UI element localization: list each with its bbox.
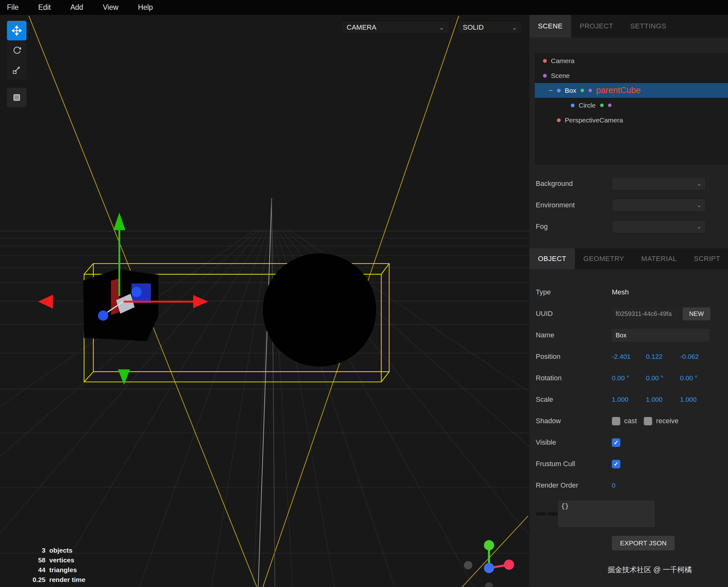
local-space-icon xyxy=(12,93,21,102)
rotation-x[interactable]: 0.00 ° xyxy=(612,374,646,382)
rotate-icon xyxy=(12,45,21,55)
chevron-down-icon: ⌄ xyxy=(439,24,444,31)
chevron-down-icon: ⌄ xyxy=(697,180,702,187)
transform-space-toggle[interactable] xyxy=(7,88,26,107)
uuid-field[interactable] xyxy=(612,307,679,320)
user-data-label: User data xyxy=(536,511,558,517)
position-x[interactable]: -2.401 xyxy=(612,353,646,360)
outliner-item-label: Camera xyxy=(551,57,574,65)
tab-object[interactable]: OBJECT xyxy=(529,249,575,269)
menu-edit[interactable]: Edit xyxy=(28,3,61,12)
tab-material[interactable]: MATERIAL xyxy=(633,249,685,269)
chevron-down-icon: ⌄ xyxy=(697,223,702,230)
axis-x-dot[interactable] xyxy=(504,560,514,570)
sphere-mesh[interactable] xyxy=(263,253,376,367)
rotation-z[interactable]: 0.00 ° xyxy=(680,374,714,382)
outliner-extra-label: parentCube xyxy=(596,86,640,95)
tab-project[interactable]: PROJECT xyxy=(571,15,622,38)
gizmo-handle-dot[interactable] xyxy=(98,310,108,321)
position-z[interactable]: -0.062 xyxy=(680,353,714,360)
menu-view[interactable]: View xyxy=(93,3,128,12)
axis-helper[interactable] xyxy=(464,540,514,587)
outliner-item-perspectivecamera[interactable]: PerspectiveCamera xyxy=(535,113,728,127)
scale-y[interactable]: 1.000 xyxy=(646,396,680,403)
frustum-row: Frustum Cull xyxy=(529,453,728,475)
position-y[interactable]: 0.122 xyxy=(646,353,680,360)
position-label: Position xyxy=(536,353,612,361)
environment-row: Environment ⌄ xyxy=(529,194,728,216)
menu-help[interactable]: Help xyxy=(128,3,163,12)
tab-scene[interactable]: SCENE xyxy=(529,15,571,38)
geometry-dot xyxy=(581,89,584,92)
menu-file[interactable]: File xyxy=(0,3,28,12)
shading-select[interactable]: SOLID ⌄ xyxy=(457,21,522,34)
outliner-item-scene[interactable]: Scene xyxy=(535,68,728,83)
tab-geometry[interactable]: GEOMETRY xyxy=(575,249,633,269)
gizmo-x-arrow[interactable] xyxy=(193,295,208,308)
camera-select-value: CAMERA xyxy=(347,23,376,31)
scene-props: Background ⌄ Environment ⌄ Fog ⌄ xyxy=(529,173,728,237)
menubar: File Edit Add View Help xyxy=(0,0,728,15)
frustum-cull-label: Frustum Cull xyxy=(536,460,612,468)
frustum-cull-checkbox[interactable] xyxy=(612,460,620,468)
shadow-receive-checkbox[interactable] xyxy=(644,417,652,425)
gizmo-y-arrow[interactable] xyxy=(113,212,125,230)
gizmo-neg-x-arrow[interactable] xyxy=(38,295,53,309)
gizmo-handle-dot[interactable] xyxy=(131,287,141,297)
rotate-tool-button[interactable] xyxy=(7,40,26,60)
outliner-item-circle[interactable]: Circle xyxy=(535,98,728,113)
outliner: Camera Scene − Box parentCube Circle Per… xyxy=(535,53,728,165)
render-order-label: Render Order xyxy=(536,481,612,490)
export-json-button[interactable]: EXPORT JSON xyxy=(612,536,675,550)
name-field[interactable] xyxy=(612,329,709,342)
type-row: Type Mesh xyxy=(529,282,728,303)
material-dot xyxy=(608,103,612,107)
object-type-dot xyxy=(543,74,547,78)
outliner-item-box[interactable]: − Box parentCube xyxy=(535,83,728,98)
viewport-3d[interactable]: CAMERA ⌄ SOLID ⌄ 3 objects 58 vertices 4… xyxy=(0,15,529,587)
shadow-cast-checkbox[interactable] xyxy=(612,417,620,425)
visible-label: Visible xyxy=(536,438,612,447)
scale-tool-button[interactable] xyxy=(7,60,26,79)
fog-select[interactable]: ⌄ xyxy=(612,220,706,233)
viewport-canvas[interactable] xyxy=(0,15,529,587)
tab-settings[interactable]: SETTINGS xyxy=(622,15,675,38)
position-row: Position -2.401 0.122 -0.062 xyxy=(529,346,728,367)
sidebar-tabbar: SCENE PROJECT SETTINGS xyxy=(529,15,728,38)
fog-label: Fog xyxy=(536,222,612,231)
scale-z[interactable]: 1.000 xyxy=(680,396,714,403)
render-order-value[interactable]: 0 xyxy=(612,482,646,489)
stat-vertices-value: 58 xyxy=(19,556,45,564)
scale-icon xyxy=(12,65,21,74)
credit-footer: 掘金技术社区 @ 一千柯橘 xyxy=(608,565,728,575)
user-data-field[interactable]: {} xyxy=(558,500,655,528)
stat-objects-label: objects xyxy=(49,547,85,554)
rotation-y[interactable]: 0.00 ° xyxy=(646,374,680,382)
stat-rendertime-value: 0.25 xyxy=(19,576,45,584)
chevron-down-icon: ⌄ xyxy=(697,202,702,209)
outliner-item-camera[interactable]: Camera xyxy=(535,53,728,68)
new-uuid-button[interactable]: NEW xyxy=(683,307,710,320)
background-select[interactable]: ⌄ xyxy=(612,178,706,190)
collapse-toggle[interactable]: − xyxy=(549,87,557,95)
visible-checkbox[interactable] xyxy=(612,438,620,447)
object-tabbar: OBJECT GEOMETRY MATERIAL SCRIPT xyxy=(529,249,728,269)
type-label: Type xyxy=(536,288,612,296)
axis-z-dot[interactable] xyxy=(484,563,494,573)
object-props: Type Mesh UUID NEW Name Position -2.401 … xyxy=(529,282,728,550)
shadow-cast-label: cast xyxy=(624,417,637,425)
environment-select[interactable]: ⌄ xyxy=(612,199,706,212)
camera-select[interactable]: CAMERA ⌄ xyxy=(341,21,450,34)
box-mesh[interactable] xyxy=(83,269,158,341)
name-label: Name xyxy=(536,331,612,339)
scale-x[interactable]: 1.000 xyxy=(612,396,646,403)
axis-y-dot[interactable] xyxy=(484,540,494,550)
translate-tool-button[interactable] xyxy=(7,21,26,40)
stat-objects-value: 3 xyxy=(19,547,45,554)
gizmo-neg-y-arrow[interactable] xyxy=(118,369,130,385)
tab-script[interactable]: SCRIPT xyxy=(685,249,728,269)
viewport-toolbar xyxy=(7,21,26,107)
camera-target-lines xyxy=(258,198,275,587)
menu-add[interactable]: Add xyxy=(61,3,93,12)
environment-label: Environment xyxy=(536,201,612,209)
